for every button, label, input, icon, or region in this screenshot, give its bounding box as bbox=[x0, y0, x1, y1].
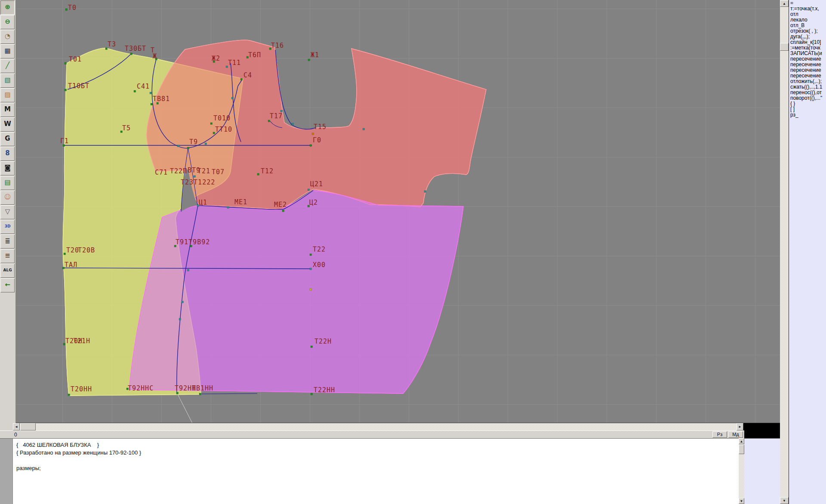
pattern-point[interactable] bbox=[282, 210, 284, 212]
panel-command-line[interactable]: отрезок( , ); bbox=[790, 28, 826, 34]
pattern-point[interactable] bbox=[310, 289, 312, 291]
pattern-point[interactable] bbox=[62, 267, 65, 269]
scroll-left-button[interactable]: ◄ bbox=[13, 423, 20, 430]
panel-command-line[interactable]: сжать((),..,1.1 bbox=[790, 84, 826, 90]
pattern-point[interactable] bbox=[150, 92, 152, 94]
pattern-point[interactable] bbox=[363, 128, 365, 130]
pattern-point[interactable] bbox=[177, 145, 179, 147]
toolbar-button[interactable]: ← bbox=[0, 278, 15, 292]
panel-command-line[interactable]: т:=точка(т.х, bbox=[790, 6, 826, 12]
pattern-point[interactable] bbox=[308, 59, 310, 61]
panel-command-line[interactable]: отл bbox=[790, 12, 826, 17]
panel-command-line[interactable]: ЗАПИСАТЬ(и bbox=[790, 51, 826, 56]
toolbar-button[interactable]: ≣ bbox=[0, 234, 15, 249]
pattern-point[interactable] bbox=[240, 78, 243, 80]
vertical-scrollbar[interactable]: ▲ ▼ bbox=[780, 0, 789, 504]
pattern-point[interactable] bbox=[310, 144, 312, 147]
editor-scroll-thumb[interactable] bbox=[739, 445, 744, 454]
skirt-piece[interactable] bbox=[129, 191, 463, 393]
panel-command-line[interactable]: сплайн_к[10] bbox=[790, 40, 826, 45]
pattern-point[interactable] bbox=[105, 48, 108, 50]
panel-command-line[interactable]: пересечение bbox=[790, 56, 826, 62]
pattern-point[interactable] bbox=[68, 394, 70, 396]
pattern-point[interactable] bbox=[213, 132, 215, 134]
pattern-point[interactable] bbox=[308, 189, 310, 191]
scroll-up-button[interactable]: ▲ bbox=[780, 0, 789, 7]
program-text-editor[interactable]: { 4062 ШЕЛКОВАЯ БЛУЗКА }{ Разработано на… bbox=[0, 438, 739, 504]
pattern-point[interactable] bbox=[151, 103, 153, 105]
pattern-point[interactable] bbox=[194, 175, 196, 178]
toolbar-button[interactable]: M bbox=[0, 103, 15, 117]
panel-command-line[interactable]: пересечение bbox=[790, 73, 826, 79]
pattern-point[interactable] bbox=[231, 97, 234, 99]
pattern-point[interactable] bbox=[227, 206, 229, 209]
vertical-scroll-thumb[interactable] bbox=[780, 43, 789, 51]
pattern-point[interactable] bbox=[311, 346, 313, 348]
toolbar-button[interactable]: ≡ bbox=[0, 249, 15, 263]
toolbar-button[interactable]: ▧ bbox=[0, 74, 15, 88]
toolbar-button[interactable]: W bbox=[0, 117, 15, 132]
horizontal-scrollbar[interactable]: ◄ ► bbox=[13, 423, 743, 430]
editor-scroll-up-button[interactable]: ▲ bbox=[739, 438, 744, 444]
toolbar-button[interactable]: 3D bbox=[0, 220, 15, 234]
toolbar-button[interactable]: ALG bbox=[0, 264, 15, 278]
toolbar-button[interactable]: ╱ bbox=[0, 59, 15, 73]
pattern-point[interactable] bbox=[311, 393, 313, 395]
pattern-point[interactable] bbox=[179, 318, 181, 320]
pattern-point[interactable] bbox=[65, 9, 68, 11]
panel-command-line[interactable]: { } bbox=[790, 101, 826, 107]
pattern-point[interactable] bbox=[268, 120, 270, 122]
toolbar-button[interactable]: ☺ bbox=[0, 191, 15, 205]
panel-command-line[interactable]: пересечение bbox=[790, 68, 826, 73]
pattern-point[interactable] bbox=[205, 143, 207, 145]
scroll-right-button[interactable]: ► bbox=[737, 423, 743, 430]
panel-command-line[interactable]: перенос((),от bbox=[790, 90, 826, 95]
toolbar-button[interactable]: 8 bbox=[0, 147, 15, 161]
editor-line[interactable]: размеры; bbox=[16, 464, 737, 472]
pattern-point[interactable] bbox=[176, 392, 179, 394]
pattern-point[interactable] bbox=[226, 66, 228, 68]
pattern-point[interactable] bbox=[134, 90, 136, 92]
editor-scrollbar[interactable]: ▲ ▼ bbox=[739, 438, 744, 504]
pattern-point[interactable] bbox=[210, 123, 213, 125]
panel-command-line[interactable]: отложить(,..); bbox=[790, 79, 826, 84]
panel-command-line[interactable]: рз_ bbox=[790, 112, 826, 118]
panel-command-line[interactable]: :=метка(точк bbox=[790, 45, 826, 51]
pattern-point[interactable] bbox=[182, 301, 184, 303]
pattern-point[interactable] bbox=[130, 53, 133, 55]
toolbar-button[interactable]: ▦ bbox=[0, 44, 15, 58]
pattern-point[interactable] bbox=[424, 191, 426, 193]
scroll-down-button[interactable]: ▼ bbox=[780, 497, 789, 504]
pattern-point[interactable] bbox=[280, 110, 283, 112]
panel-command-line[interactable]: поворот((),..." bbox=[790, 95, 826, 101]
panel-command-line[interactable]: отл_В bbox=[790, 23, 826, 28]
pattern-point[interactable] bbox=[310, 254, 312, 256]
panel-command-line[interactable]: пересечение bbox=[790, 62, 826, 68]
pattern-point[interactable] bbox=[187, 147, 189, 149]
panel-command-line[interactable]: [ ] bbox=[790, 107, 826, 112]
editor-line[interactable] bbox=[16, 457, 737, 464]
pattern-point[interactable] bbox=[312, 133, 314, 135]
pattern-point[interactable] bbox=[63, 343, 65, 345]
pattern-point[interactable] bbox=[187, 269, 189, 271]
toolbar-button[interactable]: ▽ bbox=[0, 205, 15, 219]
pattern-point[interactable] bbox=[199, 393, 201, 395]
drawing-canvas[interactable]: Т0Т3Т30БТТЖТ01Ж2Т11Т6ПТ16Ж1С4Т10БТС41ТВ8… bbox=[16, 0, 780, 423]
rz-button[interactable]: Рз bbox=[712, 431, 727, 438]
editor-scroll-down-button[interactable]: ▼ bbox=[739, 498, 744, 504]
md-button[interactable]: Мд bbox=[728, 431, 743, 438]
pattern-point[interactable] bbox=[257, 173, 259, 175]
panel-command-line[interactable]: = bbox=[790, 0, 826, 6]
pattern-point[interactable] bbox=[64, 253, 66, 255]
toolbar-button[interactable]: G bbox=[0, 132, 15, 146]
toolbar-button[interactable]: ⊖ bbox=[0, 15, 15, 29]
horizontal-scroll-thumb[interactable] bbox=[20, 423, 36, 430]
pattern-point[interactable] bbox=[65, 62, 67, 65]
editor-line[interactable]: { 4062 ШЕЛКОВАЯ БЛУЗКА } bbox=[16, 441, 737, 449]
panel-command-line[interactable]: дуга(,,,); bbox=[790, 34, 826, 40]
toolbar-button[interactable]: ⊕ bbox=[0, 0, 15, 15]
toolbar-button[interactable]: ◙ bbox=[0, 161, 15, 175]
toolbar-button[interactable]: ▨ bbox=[0, 88, 15, 102]
pattern-point[interactable] bbox=[65, 89, 67, 91]
toolbar-button[interactable]: ◔ bbox=[0, 30, 15, 44]
